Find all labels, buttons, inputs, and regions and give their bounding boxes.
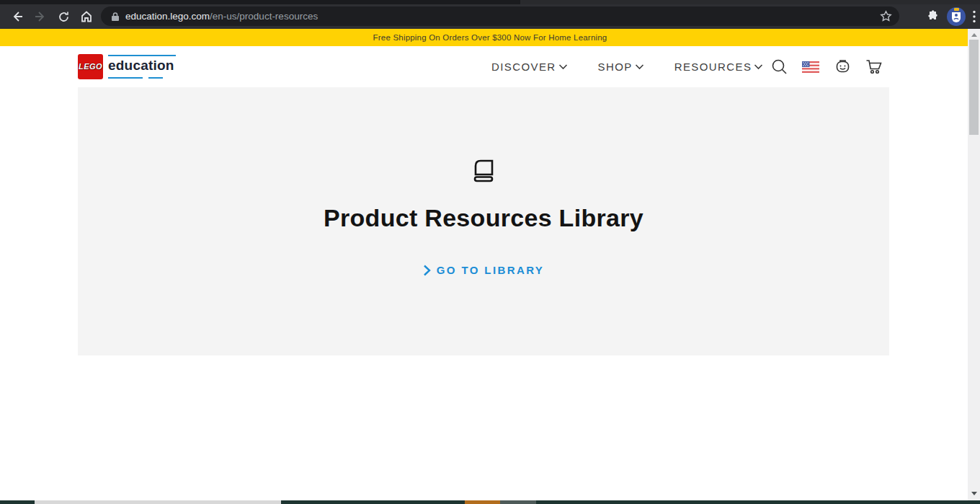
chevron-down-icon (754, 63, 763, 70)
logo-line-top (108, 55, 176, 56)
chevron-down-icon (635, 63, 644, 70)
reload-button[interactable] (52, 6, 75, 27)
search-icon (771, 58, 788, 75)
scroll-down-button[interactable] (968, 487, 980, 499)
back-button[interactable] (6, 6, 29, 27)
promo-banner: Free Shipping On Orders Over $300 Now Fo… (0, 29, 980, 46)
cart-button[interactable] (865, 58, 883, 76)
cart-icon (865, 58, 883, 75)
address-bar[interactable]: education.lego.com/en-us/product-resourc… (101, 6, 899, 26)
account-button[interactable] (834, 58, 851, 76)
search-button[interactable] (770, 58, 788, 76)
locale-selector[interactable] (802, 58, 819, 76)
page-title: Product Resources Library (324, 204, 643, 232)
nav-item-resources[interactable]: RESOURCES (674, 61, 764, 73)
logo-line-bottom-left (108, 77, 143, 79)
url-host: education.lego.com (125, 11, 210, 22)
chevron-right-icon (423, 265, 431, 276)
hero-panel: Product Resources Library GO TO LIBRARY (78, 87, 889, 355)
footer-edge-orange-segment (465, 500, 500, 504)
menu-dots-icon[interactable] (973, 10, 976, 23)
reload-icon (58, 11, 70, 23)
scrollbar-thumb[interactable] (969, 40, 979, 135)
header-icon-group (770, 46, 883, 87)
scroll-up-button[interactable] (968, 29, 980, 40)
forward-icon (34, 10, 47, 23)
minifigure-head-icon (834, 58, 851, 75)
logo-line-bottom-right (148, 77, 163, 79)
back-icon (11, 10, 24, 23)
us-flag-icon (802, 61, 819, 73)
scroll-up-icon (971, 33, 977, 37)
promo-banner-text: Free Shipping On Orders Over $300 Now Fo… (373, 33, 607, 42)
main-nav: DISCOVER SHOP RESOURCES (491, 46, 763, 87)
avatar-emblem (947, 7, 966, 26)
browser-window: education.lego.com/en-us/product-resourc… (0, 0, 980, 504)
footer-edge-light-segment (35, 500, 281, 504)
chevron-down-icon (558, 63, 568, 70)
lock-icon (111, 12, 120, 22)
forward-button[interactable] (29, 6, 52, 27)
book-icon (469, 156, 498, 185)
bookmark-star-icon[interactable] (880, 10, 892, 22)
profile-avatar[interactable] (947, 7, 966, 26)
extensions-puzzle-icon[interactable] (927, 10, 940, 23)
lego-logo-badge: LEGO (78, 54, 103, 79)
url-text: education.lego.com/en-us/product-resourc… (125, 11, 880, 22)
scroll-down-icon (971, 492, 977, 495)
vertical-scrollbar[interactable] (968, 29, 980, 500)
nav-item-shop[interactable]: SHOP (598, 61, 644, 73)
footer-edge-slate-segment (500, 500, 536, 504)
home-icon (80, 10, 93, 23)
education-wordmark: education (107, 53, 176, 79)
go-to-library-link[interactable]: GO TO LIBRARY (423, 264, 545, 276)
lego-education-logo[interactable]: LEGO education (78, 53, 176, 79)
home-button[interactable] (75, 6, 98, 27)
nav-item-discover[interactable]: DISCOVER (491, 61, 568, 73)
url-path: /en-us/product-resources (210, 11, 318, 22)
footer-edge (0, 500, 980, 504)
